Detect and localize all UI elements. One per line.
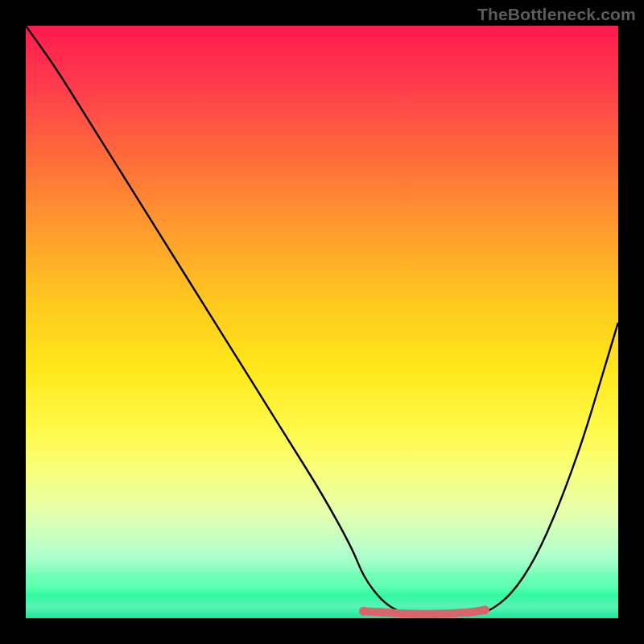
curve-marker <box>448 609 456 617</box>
curve-marker <box>431 610 439 618</box>
curve-marker <box>395 609 403 617</box>
chart-svg <box>26 26 618 618</box>
curve-marker <box>378 609 386 617</box>
bottleneck-curve <box>26 26 618 615</box>
chart-plot-area <box>26 26 618 618</box>
marker-group <box>359 605 489 618</box>
curve-marker <box>359 607 368 616</box>
chart-frame: TheBottleneck.com <box>0 0 644 644</box>
curve-marker <box>413 610 421 618</box>
marker-underlay <box>364 610 485 614</box>
curve-marker <box>466 609 474 617</box>
curve-marker <box>481 605 489 614</box>
watermark-text: TheBottleneck.com <box>477 5 636 24</box>
